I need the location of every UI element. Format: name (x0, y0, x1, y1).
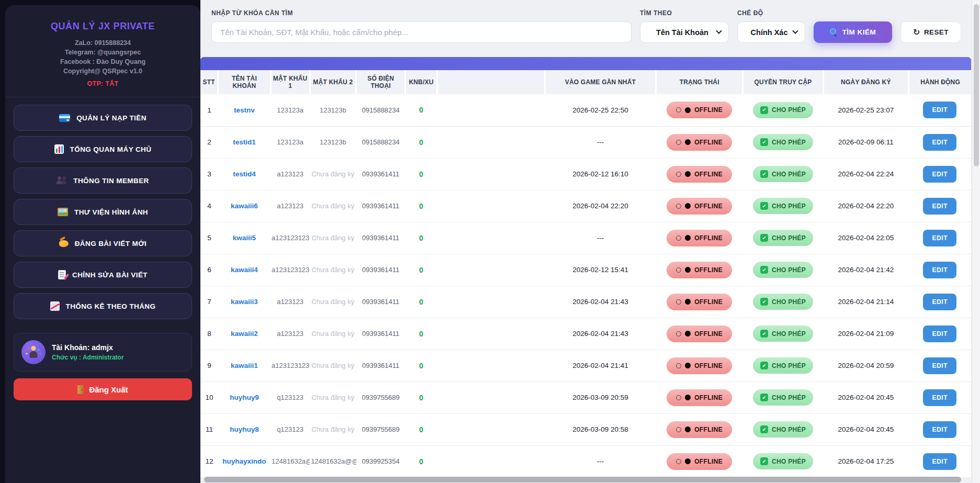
account-link[interactable]: kawaiii1 (218, 350, 271, 381)
cell-stt: 1 (200, 94, 218, 126)
status-badge-offline: OFFLINE (667, 325, 732, 342)
search-button[interactable]: TÌM KIẾM (814, 21, 892, 43)
account-link[interactable]: testid4 (218, 158, 271, 190)
account-name: Tài Khoản: admjx (52, 343, 124, 352)
account-link[interactable]: huyhayxindo (218, 445, 271, 477)
writing-hand-icon (59, 240, 69, 247)
cell-knb: 0 (405, 158, 437, 190)
cell-pass1: a123123123 (271, 350, 310, 381)
main-content: NHẬP TỪ KHÓA CẦN TÌM TÌM THEO Tên Tài Kh… (200, 0, 980, 483)
cell-registered: 2026-02-04 22:20 (823, 190, 909, 222)
sidebar-menu-item[interactable]: CHỈNH SỬA BÀI VIẾT (14, 262, 192, 288)
account-link[interactable]: kwaiii5 (218, 222, 271, 254)
cell-access: CHO PHÉP (743, 413, 823, 445)
sidebar-menu-item[interactable]: TỔNG QUAN MÁY CHỦ (14, 136, 192, 162)
edit-button[interactable]: EDIT (923, 325, 956, 342)
cell-action: EDIT (909, 222, 971, 254)
cell-phone: 0939361411 (356, 318, 405, 350)
edit-button[interactable]: EDIT (923, 198, 956, 215)
edit-button[interactable]: EDIT (923, 166, 956, 183)
cell-last-login: 2026-02-04 22:20 (545, 190, 656, 222)
table-row: 5 kwaiii5 a123123123 Chưa đăng ký 093936… (200, 222, 971, 254)
filled-circle-icon (685, 171, 691, 177)
table-row: 7 kawaiii3 a123123 Chưa đăng ký 09393614… (200, 286, 971, 318)
table-row: 3 testid4 a123123 Chưa đăng ký 093936141… (200, 158, 971, 190)
cell-registered: 2026-02-04 20:45 (823, 413, 909, 445)
members-icon (57, 175, 67, 186)
edit-button[interactable]: EDIT (923, 262, 956, 278)
account-link[interactable]: kawaiii6 (218, 190, 271, 222)
cell-registered: 2026-02-04 20:59 (823, 350, 909, 381)
col-header-account: TÊN TÀI KHOẢN (218, 70, 271, 94)
check-icon (760, 234, 768, 242)
outline-circle-icon (676, 204, 681, 209)
edit-button[interactable]: EDIT (923, 453, 956, 470)
account-link[interactable]: kawaiii2 (218, 318, 271, 350)
edit-button[interactable]: EDIT (923, 134, 956, 151)
access-badge-allowed: CHO PHÉP (753, 294, 813, 310)
outline-circle-icon (676, 140, 681, 145)
status-badge-offline: OFFLINE (667, 294, 732, 310)
account-link[interactable]: kawaiii3 (218, 286, 271, 318)
cell-status: OFFLINE (656, 318, 743, 350)
contact-facebook: Facebook : Đào Duy Quang (10, 57, 195, 66)
keyword-label: NHẬP TỪ KHÓA CẦN TÌM (211, 9, 632, 17)
sidebar-menu-item[interactable]: THỐNG KÊ THEO THÁNG (14, 293, 192, 319)
account-link[interactable]: testnv (218, 94, 271, 126)
account-link[interactable]: huyhuy8 (218, 413, 271, 445)
cell-status: OFFLINE (656, 445, 743, 477)
cell-access: CHO PHÉP (743, 126, 823, 158)
filled-circle-icon (685, 395, 691, 400)
sidebar-menu-item[interactable]: THƯ VIỆN HÌNH ẢNH (14, 199, 192, 225)
cell-knb: 0 (405, 286, 437, 318)
cell-spacer (437, 381, 545, 413)
sidebar-menu-item[interactable]: THÔNG TIN MEMBER (14, 167, 192, 194)
check-icon (760, 106, 768, 114)
cell-action: EDIT (909, 190, 971, 222)
cell-pass2: Chưa đăng ký (310, 190, 356, 222)
sidebar-menu-item[interactable]: ĐĂNG BÀI VIẾT MỚI (14, 230, 192, 256)
status-text: OFFLINE (694, 203, 723, 210)
cell-status: OFFLINE (656, 158, 743, 190)
edit-button[interactable]: EDIT (923, 357, 956, 374)
reset-button-label: RESET (924, 28, 949, 36)
edit-button[interactable]: EDIT (923, 230, 956, 246)
cell-stt: 10 (200, 381, 218, 413)
logout-button[interactable]: Đăng Xuất (14, 378, 192, 400)
mode-select[interactable]: Chính Xác (737, 21, 805, 43)
edit-button[interactable]: EDIT (923, 421, 956, 438)
cell-knb: 0 (405, 190, 437, 222)
table-row: 4 kawaiii6 a123123 Chưa đăng ký 09393614… (200, 190, 971, 222)
cell-phone: 0939361411 (356, 254, 405, 286)
table-row: 11 huyhuy8 q123123 Chưa đăng ký 09397556… (200, 413, 971, 445)
sidebar-menu-item[interactable]: QUẢN LÝ NẠP TIỀN (14, 105, 192, 131)
spacer-column-header (437, 70, 545, 94)
access-badge-allowed: CHO PHÉP (753, 262, 813, 278)
account-link[interactable]: testid1 (218, 126, 271, 158)
edit-button[interactable]: EDIT (923, 102, 956, 118)
edit-button[interactable]: EDIT (923, 389, 956, 406)
outline-circle-icon (676, 107, 681, 113)
cell-status: OFFLINE (656, 286, 743, 318)
cell-pass1: q123123 (271, 381, 310, 413)
search-input[interactable] (211, 21, 632, 43)
account-link[interactable]: kawaiii4 (218, 254, 271, 286)
col-header-knb: KNB/XU (405, 70, 437, 94)
cell-pass1: 123123a (271, 126, 310, 158)
access-text: CHO PHÉP (772, 426, 806, 433)
cell-registered: 2026-02-04 21:42 (823, 254, 909, 286)
cell-action: EDIT (909, 318, 971, 350)
search-toolbar: NHẬP TỪ KHÓA CẦN TÌM TÌM THEO Tên Tài Kh… (200, 0, 980, 43)
cell-knb: 0 (405, 381, 437, 413)
cell-access: CHO PHÉP (743, 286, 823, 318)
logout-label: Đăng Xuất (89, 385, 128, 394)
account-link[interactable]: huyhuy9 (218, 381, 271, 413)
edit-button[interactable]: EDIT (923, 294, 956, 310)
cell-access: CHO PHÉP (743, 254, 823, 286)
reset-button[interactable]: ↻ RESET (900, 21, 961, 43)
sidebar-panel: QUẢN LÝ JX PRIVATE ZaLo: 0915888234 Tele… (5, 5, 200, 483)
vertical-scrollbar[interactable] (972, 0, 980, 483)
find-by-select[interactable]: Tên Tài Khoản (640, 21, 729, 43)
outline-circle-icon (676, 299, 681, 305)
horizontal-scrollbar[interactable] (204, 477, 966, 482)
